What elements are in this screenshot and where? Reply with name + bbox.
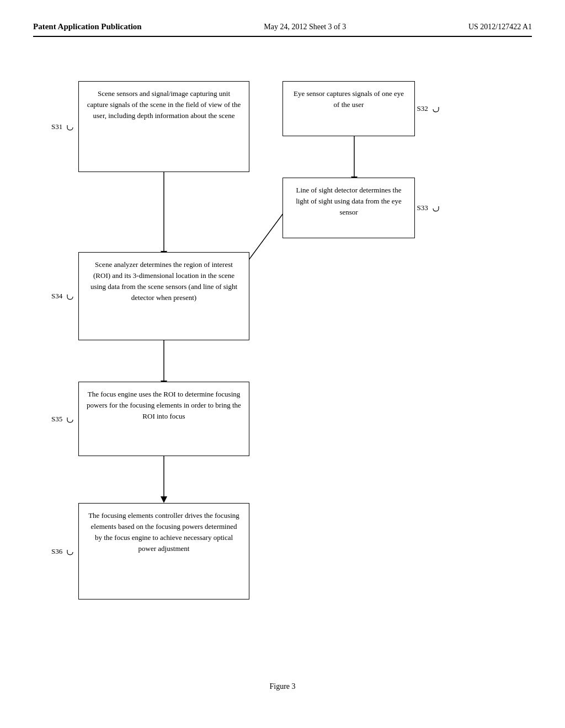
s31-label: S31 (51, 121, 75, 132)
s35-label: S35 (51, 413, 75, 424)
s34-text: Scene analyzer determines the region of … (90, 260, 237, 302)
s31-text: Scene sensors and signal/image capturing… (87, 89, 241, 120)
s35-box: The focus engine uses the ROI to determi… (78, 382, 249, 456)
header-center: May 24, 2012 Sheet 3 of 3 (264, 23, 346, 31)
s36-text: The focusing elements controller drives … (88, 511, 239, 553)
header-left: Patent Application Publication (33, 22, 142, 31)
flowchart: Scene sensors and signal/image capturing… (34, 70, 531, 649)
page: Patent Application Publication May 24, 2… (0, 0, 565, 728)
s33-label: S33 (417, 202, 441, 213)
figure-caption: Figure 3 (33, 682, 532, 691)
s34-label: S34 (51, 291, 75, 302)
s34-box: Scene analyzer determines the region of … (78, 252, 249, 340)
header: Patent Application Publication May 24, 2… (33, 22, 532, 37)
s33-box: Line of sight detector determines the li… (282, 178, 415, 238)
s35-text: The focus engine uses the ROI to determi… (87, 390, 241, 420)
s31-box: Scene sensors and signal/image capturing… (78, 81, 249, 172)
s36-label: S36 (51, 545, 75, 556)
s32-label: S32 (417, 103, 441, 114)
s33-text: Line of sight detector determines the li… (296, 186, 402, 216)
header-right: US 2012/127422 A1 (468, 23, 532, 31)
svg-marker-9 (161, 496, 167, 503)
s32-box: Eye sensor captures signals of one eye o… (282, 81, 415, 136)
s32-text: Eye sensor captures signals of one eye o… (294, 89, 404, 109)
s36-box: The focusing elements controller drives … (78, 503, 249, 599)
